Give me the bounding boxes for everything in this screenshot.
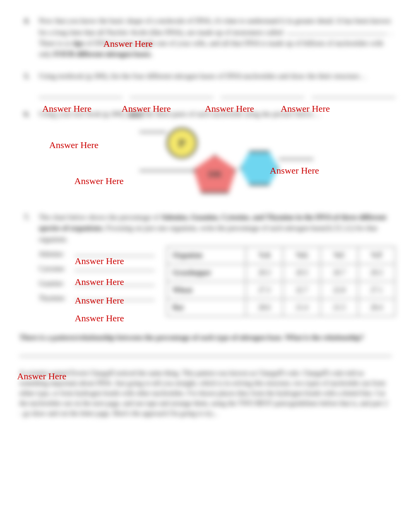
th-c: %C (320, 247, 358, 264)
table-header-row: Organism %A %G %C %T (167, 247, 395, 264)
label-line-phosphate (139, 131, 166, 133)
instruction-paragraph: A scientist named Erwin Chargaff noticed… (15, 368, 396, 418)
label-thymine: Thymine: (39, 293, 74, 304)
answer-placeholder[interactable]: Answer Here (74, 176, 123, 186)
answer-placeholder[interactable]: Answer Here (75, 256, 124, 266)
th-a: %A (246, 247, 283, 264)
question-5: Using textbook (p.300), list the four di… (39, 71, 396, 98)
question-4: Now that you know the basic shape of a m… (39, 15, 396, 60)
q7-lead-a: The chart below shows the percentage of (39, 213, 161, 221)
phosphate-icon: P (166, 128, 197, 159)
answer-placeholder[interactable]: Answer Here (75, 277, 124, 287)
th-g: %G (283, 247, 320, 264)
answer-placeholder[interactable]: Answer Here (205, 104, 254, 114)
answer-placeholder[interactable]: Answer Here (281, 104, 330, 114)
th-organism: Organism (167, 247, 246, 264)
q4-blank[interactable] (286, 27, 387, 35)
table-row: Grasshopper 29.3 20.5 20.7 29.3 (167, 264, 395, 281)
question-6: Using your text book (p.300), label the … (39, 109, 396, 201)
th-t: %T (358, 247, 395, 264)
nucleotide-diagram: P DR (39, 124, 396, 201)
sugar-icon: DR (194, 155, 236, 193)
answer-placeholder[interactable]: Answer Here (17, 371, 66, 382)
followup-answer-line[interactable] (19, 347, 392, 356)
followup-question: There is a pattern/relationship between … (15, 332, 396, 343)
q5-blank-1[interactable] (39, 87, 123, 98)
answer-placeholder[interactable]: Answer Here (49, 140, 98, 150)
q5-blank-2[interactable] (130, 87, 214, 98)
q5-blank-4[interactable] (312, 87, 396, 98)
answer-placeholder[interactable]: Answer Here (42, 104, 91, 114)
q5-text: Using textbook (p.300), list the four di… (39, 72, 366, 80)
q5-answer-row (39, 87, 396, 98)
label-line-sugar (139, 170, 194, 171)
label-line-base (279, 159, 313, 160)
answer-placeholder[interactable]: Answer Here (75, 313, 124, 324)
organism-table: Organism %A %G %C %T Grasshopper 29.3 20… (166, 246, 396, 317)
label-adenine: Adenine: (39, 249, 74, 259)
q5-blank-3[interactable] (221, 87, 305, 98)
answer-placeholder[interactable]: Answer Here (75, 295, 124, 306)
q4-bold-tail: FOUR different nitrogen bases. (54, 50, 152, 58)
answer-placeholder[interactable]: Answer Here (122, 104, 171, 114)
label-guanine: Guanine: (39, 278, 74, 289)
answer-placeholder[interactable]: Answer Here (270, 165, 319, 176)
table-row: Wheat 27.3 22.7 22.8 27.1 (167, 281, 395, 299)
blurred-document-content: Now that you know the basic shape of a m… (0, 0, 411, 532)
table-row: Rat 28.6 21.4 21.5 28.4 (167, 299, 395, 316)
blank-adenine[interactable] (74, 249, 155, 256)
answer-placeholder[interactable]: Answer Here (103, 39, 152, 49)
label-cytosine: Cytosine: (39, 264, 74, 274)
q4-bold-mid: tips (73, 39, 84, 47)
